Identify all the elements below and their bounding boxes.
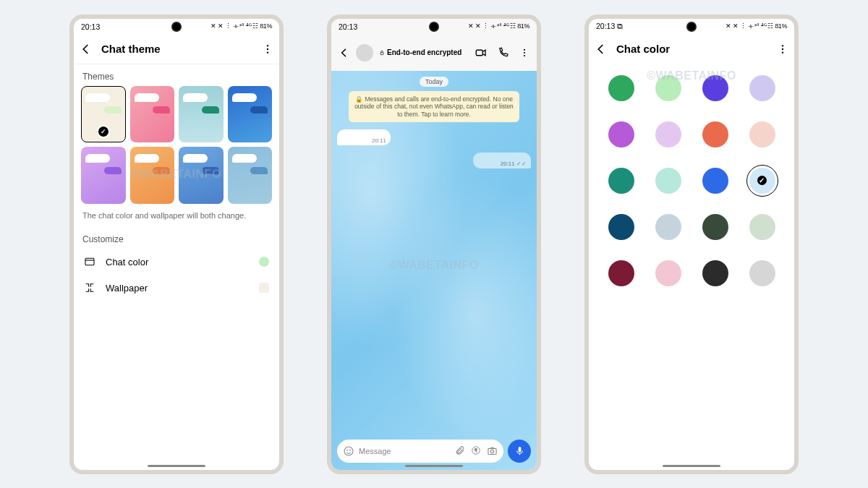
themes-grid [74,86,279,205]
emoji-icon[interactable] [343,445,354,457]
svg-point-7 [524,51,525,53]
color-dot-3[interactable] [749,75,775,101]
svg-point-10 [347,450,348,450]
theme-tile-0[interactable] [81,86,126,143]
color-dot-4[interactable] [608,121,634,147]
color-dot-8[interactable] [608,168,634,194]
back-icon[interactable] [80,43,93,56]
color-dot-0[interactable] [608,75,634,101]
phone-camera [171,22,182,32]
svg-rect-14 [488,448,496,454]
wallpaper-label: Wallpaper [106,283,148,294]
currency-icon[interactable]: ₹ [471,445,481,456]
theme-tile-6[interactable] [179,147,224,204]
color-dot-7[interactable] [749,121,775,147]
status-time: 20:13 [81,22,100,31]
phone-color-picker: 20:13 ⧉ ✕ ✕ ⋮ ⟛ ᵃˡˡ ⁴ᴳ ☷ 81% Chat color … [584,14,799,474]
color-dot-15[interactable] [749,214,775,240]
svg-rect-16 [518,447,521,453]
svg-rect-5 [476,50,482,56]
svg-point-11 [350,450,351,450]
theme-tile-3[interactable] [228,86,273,143]
color-dot-2[interactable] [702,75,728,101]
call-icon[interactable] [498,47,509,59]
back-icon[interactable] [339,47,350,59]
color-dot-6[interactable] [702,121,728,147]
color-dot-9[interactable] [655,168,681,194]
svg-point-8 [524,55,525,56]
customize-label: Customize [74,227,279,249]
chat-color-label: Chat color [106,257,148,267]
svg-point-6 [524,48,525,50]
attach-icon[interactable] [455,445,465,456]
themes-label: Themes [74,64,279,86]
svg-point-15 [490,450,493,453]
color-dot-1[interactable] [655,75,681,101]
message-placeholder: Message [359,447,391,455]
wallpaper-swatch [259,283,269,293]
color-dot-16[interactable] [608,260,634,286]
color-grid [589,64,794,298]
status-indicators: ✕ ✕ ⋮ ⟛ ᵃˡˡ ⁴ᴳ ☷ 81% [726,22,787,30]
svg-text:₹: ₹ [475,448,477,453]
more-icon[interactable] [777,43,788,55]
chat-color-row[interactable]: Chat color [74,249,279,275]
svg-point-18 [782,48,783,49]
svg-point-9 [344,447,353,455]
theme-tile-5[interactable] [130,147,175,204]
svg-rect-4 [380,52,383,54]
palette-icon [84,256,95,267]
phone-chat-preview: 20:13 ✕ ✕ ⋮ ⟛ ᵃˡˡ ⁴ᴳ ☷ 81% End-to-end en… [327,14,541,474]
status-indicators: ✕ ✕ ⋮ ⟛ ᵃˡˡ ⁴ᴳ ☷ 81% [468,22,529,30]
chat-wallpaper: Today 🔒 Messages and calls are end-to-en… [331,71,537,470]
wallpaper-icon [84,282,95,294]
svg-point-1 [267,48,268,49]
color-dot-17[interactable] [655,260,681,286]
theme-tile-2[interactable] [179,86,224,143]
status-time: 20:13 ⧉ [596,22,623,31]
svg-point-19 [782,51,783,53]
phone-theme-settings: 20:13 ✕ ✕ ⋮ ⟛ ᵃˡˡ ⁴ᴳ ☷ 81% Chat theme Th… [69,14,284,474]
status-time: 20:13 [339,22,357,31]
page-title: Chat color [616,43,768,55]
color-dot-18[interactable] [702,260,728,286]
chat-header: End-to-end encrypted [331,35,537,71]
svg-point-17 [782,45,783,46]
theme-caption: The chat color and wallpaper will both c… [74,204,279,227]
encryption-notice[interactable]: 🔒 Messages and calls are end-to-end encr… [349,91,519,123]
mic-button[interactable] [508,440,531,463]
color-dot-10[interactable] [702,168,728,194]
video-call-icon[interactable] [475,46,488,59]
theme-tile-1[interactable] [130,86,175,143]
more-icon[interactable] [262,43,273,55]
avatar[interactable] [356,44,373,61]
chat-color-swatch [259,257,269,267]
phone-camera [686,22,697,32]
date-chip: Today [420,77,448,87]
phone-camera [429,22,439,32]
color-dot-13[interactable] [655,214,681,240]
back-icon[interactable] [595,43,608,56]
home-indicator [148,465,205,467]
message-input[interactable]: Message ₹ [337,440,503,463]
wallpaper-row[interactable]: Wallpaper [74,275,279,301]
color-dot-12[interactable] [608,214,634,240]
color-dot-14[interactable] [702,214,728,240]
camera-icon[interactable] [487,445,498,456]
theme-tile-7[interactable] [228,147,273,204]
more-icon[interactable] [519,48,529,58]
status-indicators: ✕ ✕ ⋮ ⟛ ᵃˡˡ ⁴ᴳ ☷ 81% [210,22,272,30]
outgoing-message[interactable]: 20:11 ✓✓ [473,153,531,168]
color-dot-19[interactable] [749,260,775,286]
home-indicator [663,465,720,467]
theme-tile-4[interactable] [81,147,126,204]
svg-rect-3 [85,259,94,265]
incoming-message[interactable]: 20:11 [337,129,391,145]
page-title: Chat theme [101,43,253,55]
svg-point-2 [267,51,268,53]
color-dot-5[interactable] [655,121,681,147]
watermark: ©WABETAINFO [389,259,479,272]
svg-point-0 [267,45,268,46]
color-dot-11[interactable] [749,168,775,194]
chat-title[interactable]: End-to-end encrypted [379,48,461,56]
